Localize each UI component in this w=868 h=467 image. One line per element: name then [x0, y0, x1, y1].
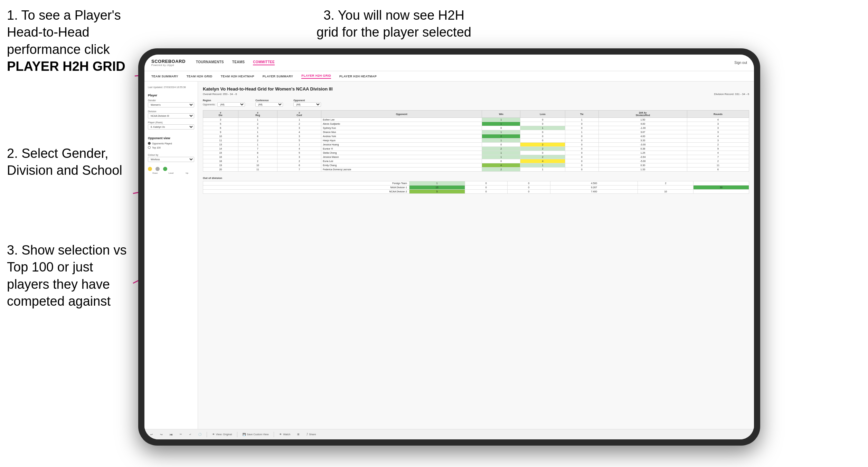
out-of-division-title: Out of division	[203, 177, 749, 180]
h2h-table: #Div #Reg #Conf Opponent Win Loss Tie Di…	[203, 110, 749, 172]
share-button[interactable]: ⤴ Share	[305, 432, 318, 437]
radio-top100[interactable]: Top 100	[148, 146, 194, 149]
undo-icon: ↩	[150, 433, 153, 436]
table-row: NAIA Division 1 15 0 0 9.267 30	[203, 185, 749, 190]
sign-out-link[interactable]: Sign out	[734, 61, 747, 65]
nav-teams[interactable]: TEAMS	[232, 60, 245, 65]
grid-subtitle: Overall Record: 353 - 34 - 6 Division Re…	[203, 93, 749, 96]
table-row: 633 Sydney Kuo 0 1 0 -1.00 3	[203, 126, 749, 130]
instruction-step2: 2. Select Gender, Division and School	[7, 145, 138, 179]
copy-redo-button[interactable]: ⤾	[187, 432, 193, 437]
col-div: #Div	[203, 111, 238, 118]
table-row: 1822 Euna Lee 0 4 0 -5.00 2	[203, 159, 749, 163]
colour-legend-dots	[148, 167, 194, 171]
player-rank-label: Player (Rank)	[148, 121, 194, 124]
colour-legend-labels: Down Level Up	[148, 172, 194, 174]
redo-button[interactable]: ↪	[158, 432, 164, 437]
opponent-filter: Opponent (All)	[293, 99, 321, 107]
colour-dot-up	[163, 167, 167, 171]
table-row: 1063 Andrea York 2 0 0 4.00 4	[203, 134, 749, 139]
left-panel: Last Updated: 27/03/2024 16:55:38 Player…	[144, 82, 198, 429]
colour-dot-down	[148, 167, 152, 171]
table-row: 311 Esther Lee 1 0 1 1.50 4	[203, 118, 749, 122]
clock-button[interactable]: 🕐	[197, 432, 203, 437]
toolbar-divider	[207, 432, 207, 437]
radio-top100-dot	[148, 146, 151, 149]
col-reg: #Reg	[238, 111, 277, 118]
col-tie: Tie	[565, 111, 598, 118]
table-row: 20117 Federica Domecq Lacroze 2 1 0 1.33…	[203, 168, 749, 172]
subnav-team-h2h-grid[interactable]: TEAM H2H GRID	[187, 75, 213, 78]
colour-by-label: Colour by	[148, 154, 194, 156]
conference-filter: Conference (All)	[255, 99, 283, 107]
skip-back-icon: ⏮	[170, 433, 173, 436]
instruction-step1: 1. To see a Player's Head-to-Head perfor…	[7, 7, 138, 75]
save-custom-view-button[interactable]: 💾 Save Custom View	[241, 432, 270, 437]
opponent-select[interactable]: (All)	[293, 102, 321, 107]
colour-by-section: Colour by Win/loss Down Level Up	[148, 154, 194, 174]
main-content: Last Updated: 27/03/2024 16:55:38 Player…	[144, 82, 754, 429]
table-row: 1474 Eunice Yi 2 2 0 0.38 9	[203, 147, 749, 151]
player-rank-select[interactable]: 8. Katelyn Vo	[148, 124, 194, 130]
table-row: 1585 Stella Cheng 1 0 0 1.25 4	[203, 151, 749, 155]
layout-button[interactable]: ⊞	[295, 432, 301, 437]
subnav-player-summary[interactable]: PLAYER SUMMARY	[263, 75, 293, 78]
nav-tournaments[interactable]: TOURNAMENTS	[196, 60, 224, 65]
toolbar-divider-2	[237, 432, 237, 437]
grid-title: Katelyn Vo Head-to-Head Grid for Women's…	[203, 86, 749, 92]
app-logo: SCOREBOARD Powered by clippd	[151, 59, 186, 67]
opponent-view-title: Opponent view	[148, 136, 194, 140]
region-select[interactable]: (All)	[217, 102, 245, 107]
subnav-player-h2h-grid[interactable]: PLAYER H2H GRID	[301, 74, 331, 79]
toolbar-divider-3	[274, 432, 274, 437]
table-row: Foreign Team 1 0 0 4.500 2	[203, 181, 749, 185]
table-row: 914 Sharon Mun 1 0 1 3.67 3	[203, 130, 749, 134]
gender-label: Gender	[148, 99, 194, 102]
filter-row: Region Opponents: (All) Conference (	[203, 99, 749, 107]
instruction-step3-top: 3. You will now see H2H grid for the pla…	[311, 7, 477, 41]
toolbar: ↩ ↪ ⏮ ✂ ⤾ 🕐 👁 View: Original 💾 Save Cust…	[144, 429, 754, 439]
instruction-step3-bottom: 3. Show selection vs Top 100 or just pla…	[7, 242, 138, 310]
timestamp: Last Updated: 27/03/2024 16:55:38	[148, 86, 194, 89]
conference-select[interactable]: (All)	[255, 102, 283, 107]
table-row: 1125 Heejo Hyun 1 0 0 3.33 3	[203, 139, 749, 143]
table-row: NCAA Division 2 5 0 0 7.400 10	[203, 190, 749, 194]
view-icon: 👁	[212, 433, 215, 436]
radio-opponents-played[interactable]: Opponents Played	[148, 142, 194, 145]
player-section-title: Player	[148, 94, 194, 97]
undo-button[interactable]: ↩	[149, 432, 155, 437]
view-original-button[interactable]: 👁 View: Original	[210, 432, 234, 437]
nav-right: Sign out	[734, 61, 747, 65]
subnav: TEAM SUMMARY TEAM H2H GRID TEAM H2H HEAT…	[144, 71, 754, 82]
colour-label-level: Level	[164, 172, 178, 174]
save-icon: 💾	[243, 433, 246, 436]
nav-links: TOURNAMENTS TEAMS COMMITTEE	[196, 60, 275, 65]
cut-button[interactable]: ✂	[178, 432, 184, 437]
colour-label-up: Up	[180, 172, 194, 174]
nav-committee[interactable]: COMMITTEE	[253, 60, 275, 65]
tablet-device: SCOREBOARD Powered by clippd TOURNAMENTS…	[138, 48, 760, 446]
col-win: Win	[482, 111, 520, 118]
gender-select[interactable]: Women's Men's	[148, 102, 194, 107]
subnav-player-h2h-heatmap[interactable]: PLAYER H2H HEATMAP	[339, 75, 377, 78]
region-filter: Region Opponents: (All)	[203, 99, 245, 107]
share-icon: ⤴	[306, 433, 308, 436]
colour-label-down: Down	[148, 172, 162, 174]
skip-back-button[interactable]: ⏮	[168, 432, 174, 437]
col-conf: #Conf	[277, 111, 321, 118]
table-row: 522 Alexis Sudjianto 1 0 0 4.00 3	[203, 122, 749, 126]
table-row: 1613 Jessica Mason 1 2 0 -0.94 7	[203, 155, 749, 159]
table-row: 1311 Jessica Huang 0 2 0 -3.00 2	[203, 143, 749, 147]
subnav-team-summary[interactable]: TEAM SUMMARY	[151, 75, 178, 78]
watch-icon: 👁	[279, 433, 282, 436]
division-label: Division	[148, 110, 194, 113]
navbar: SCOREBOARD Powered by clippd TOURNAMENTS…	[144, 55, 754, 71]
division-select[interactable]: NCAA Division III NCAA Division I NCAA D…	[148, 113, 194, 118]
redo-icon: ↪	[160, 433, 163, 436]
radio-opponents-played-dot	[148, 142, 151, 145]
watch-button[interactable]: 👁 Watch	[277, 432, 292, 437]
subnav-team-h2h-heatmap[interactable]: TEAM H2H HEATMAP	[221, 75, 254, 78]
col-opponent: Opponent	[321, 111, 482, 118]
colour-dot-level	[155, 167, 160, 171]
colour-by-select[interactable]: Win/loss	[148, 157, 194, 162]
